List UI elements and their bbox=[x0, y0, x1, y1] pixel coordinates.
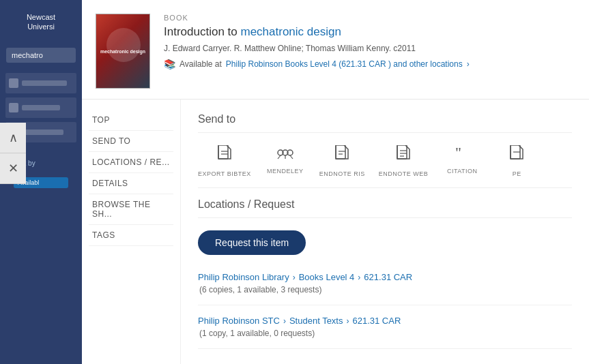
endnote-web-label: ENDNOTE WEB bbox=[379, 170, 429, 177]
sidebar-item-browse[interactable]: BROWSE THE SH... bbox=[89, 194, 173, 225]
book-type-label: BOOK bbox=[164, 14, 575, 22]
sidebar-item-tags[interactable]: TAGS bbox=[89, 225, 173, 246]
send-to-endnote-ris[interactable]: ENDNOTE RIS bbox=[319, 145, 365, 177]
side-nav: TOP SEND TO LOCATIONS / RE... DETAILS BR… bbox=[82, 100, 181, 364]
location-breadcrumb-2: Philip Robinson STC › Student Texts › 62… bbox=[198, 316, 572, 326]
location-details-2: (1 copy, 1 available, 0 requests) bbox=[198, 329, 572, 338]
send-to-section: Send to EXPORT BIBTEX bbox=[198, 113, 572, 177]
svg-rect-0 bbox=[218, 145, 228, 159]
location-entry-1: Philip Robinson Library › Books Level 4 … bbox=[198, 272, 572, 305]
send-to-mendeley[interactable]: MENDELEY bbox=[265, 145, 306, 175]
book-availability: 📚 Available at Philip Robinson Books Lev… bbox=[164, 59, 575, 70]
scroll-up-button[interactable]: ∧ bbox=[0, 123, 26, 153]
svg-rect-9 bbox=[336, 145, 345, 159]
panel-main: Send to EXPORT BIBTEX bbox=[181, 100, 589, 364]
endnote-ris-label: ENDNOTE RIS bbox=[319, 170, 365, 177]
citation-label: CITATION bbox=[447, 168, 478, 175]
send-to-row: EXPORT BIBTEX bbox=[198, 145, 572, 177]
location-entry-2: Philip Robinson STC › Student Texts › 62… bbox=[198, 316, 572, 349]
send-to-pe[interactable]: PE bbox=[496, 145, 537, 177]
send-to-endnote-web[interactable]: ENDNOTE WEB bbox=[379, 145, 429, 177]
book-info: BOOK Introduction to mechatronic design … bbox=[164, 14, 575, 89]
sidebar-item-details[interactable]: DETAILS bbox=[89, 173, 173, 194]
availability-location-link[interactable]: Philip Robinson Books Level 4 (621.31 CA… bbox=[226, 59, 463, 69]
location-breadcrumb-1: Philip Robinson Library › Books Level 4 … bbox=[198, 272, 572, 282]
svg-line-8 bbox=[290, 155, 293, 159]
book-title-highlight: mechatronic design bbox=[240, 25, 341, 38]
svg-text:": " bbox=[455, 145, 461, 160]
export-bibtex-label: EXPORT BIBTEX bbox=[198, 170, 251, 177]
locations-section: Locations / Request Request this item Ph… bbox=[198, 198, 572, 349]
pe-label: PE bbox=[513, 170, 521, 177]
book-cover-image: mechatronic design bbox=[96, 14, 150, 89]
availability-icon: 📚 bbox=[164, 59, 175, 70]
section-divider-1 bbox=[198, 187, 572, 188]
main-content: mechatronic design BOOK Introduction to … bbox=[82, 0, 589, 364]
sidebar-logo: Newcast Universi bbox=[0, 7, 82, 37]
send-to-export-bibtex[interactable]: EXPORT BIBTEX bbox=[198, 145, 251, 177]
breadcrumb-arrow-1a: › bbox=[293, 273, 296, 282]
sidebar-item-locations[interactable]: LOCATIONS / RE... bbox=[89, 152, 173, 173]
endnote-ris-icon bbox=[334, 145, 349, 167]
sidebar-item-top[interactable]: TOP bbox=[89, 110, 173, 131]
sidebar-search-display: mechatro bbox=[6, 48, 76, 63]
svg-rect-12 bbox=[397, 145, 407, 159]
breadcrumb-arrow-2a: › bbox=[283, 316, 286, 326]
book-title: Introduction to mechatronic design bbox=[164, 25, 575, 40]
book-title-plain: Introduction to bbox=[164, 25, 240, 38]
mendeley-icon bbox=[276, 145, 294, 164]
request-this-item-button[interactable]: Request this item bbox=[198, 230, 306, 255]
breadcrumb-arrow-1b: › bbox=[358, 273, 360, 282]
location-details-1: (6 copies, 1 available, 3 requests) bbox=[198, 285, 572, 294]
library-link-2[interactable]: Philip Robinson STC bbox=[198, 316, 280, 326]
send-to-citation[interactable]: " CITATION bbox=[442, 145, 483, 175]
sidebar-item-send-to[interactable]: SEND TO bbox=[89, 131, 173, 152]
book-header: mechatronic design BOOK Introduction to … bbox=[82, 0, 589, 100]
svg-line-6 bbox=[278, 155, 281, 159]
level-link-1[interactable]: Books Level 4 bbox=[299, 272, 355, 282]
sidebar-logo-text: Newcast Universi bbox=[7, 12, 75, 32]
export-bibtex-icon bbox=[217, 145, 232, 167]
availability-arrow-icon: › bbox=[467, 59, 470, 69]
availability-text: Available at bbox=[179, 59, 222, 69]
content-wrapper: TOP SEND TO LOCATIONS / RE... DETAILS BR… bbox=[82, 100, 589, 364]
citation-icon: " bbox=[455, 145, 470, 164]
breadcrumb-arrow-2b: › bbox=[347, 316, 349, 326]
callno-2: 621.31 CAR bbox=[353, 316, 401, 326]
send-to-title: Send to bbox=[198, 113, 572, 133]
endnote-web-icon bbox=[396, 145, 411, 167]
sidebar: Newcast Universi mechatro Sort by Availa… bbox=[0, 0, 82, 364]
level-link-2[interactable]: Student Texts bbox=[289, 316, 343, 326]
callno-1: 621.31 CAR bbox=[364, 272, 412, 282]
mendeley-label: MENDELEY bbox=[267, 168, 304, 175]
pe-icon bbox=[509, 145, 524, 167]
locations-title: Locations / Request bbox=[198, 198, 572, 218]
close-button[interactable]: ✕ bbox=[0, 153, 26, 184]
panel-controls: ∧ ✕ bbox=[0, 123, 26, 184]
book-authors: J. Edward Carryer. R. Matthew Ohline; Th… bbox=[164, 44, 575, 53]
library-link-1[interactable]: Philip Robinson Library bbox=[198, 272, 289, 282]
